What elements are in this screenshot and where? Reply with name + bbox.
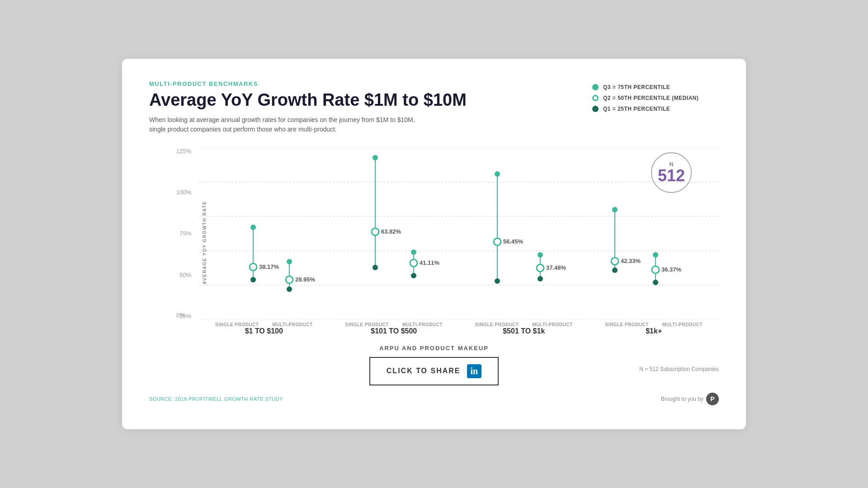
xaxis-products-2: SINGLE PRODUCT MULTI-PRODUCT <box>345 322 443 327</box>
svg-point-13 <box>286 276 293 283</box>
y-label-125: 125% <box>176 148 191 155</box>
subtitle: When looking at average annual growth ra… <box>149 115 420 134</box>
svg-point-23 <box>410 259 417 267</box>
legend-dot-q1 <box>592 106 599 112</box>
xaxis-arpu-2: $101 TO $500 <box>371 327 417 335</box>
share-row: CLICK TO SHARE in N = 512 Subscription C… <box>149 357 719 385</box>
svg-text:37.48%: 37.48% <box>546 264 566 271</box>
svg-point-7 <box>250 225 256 230</box>
svg-text:63.82%: 63.82% <box>381 228 401 235</box>
chart-svg: 38.17% 28.95% <box>199 148 719 319</box>
legend-dot-q3 <box>592 84 599 90</box>
svg-text:28.95%: 28.95% <box>295 276 316 283</box>
xaxis-products-4: SINGLE PRODUCT MULTI-PRODUCT <box>605 322 703 327</box>
xaxis-single-4: SINGLE PRODUCT <box>605 322 648 327</box>
xaxis-multi-4: MULTI-PRODUCT <box>662 322 703 327</box>
svg-point-8 <box>250 263 257 271</box>
n-note: N = 512 Subscription Companies <box>639 366 719 372</box>
svg-text:38.17%: 38.17% <box>259 263 279 270</box>
brought-by: Brought to you by P <box>661 393 719 405</box>
svg-point-42 <box>653 252 658 258</box>
svg-point-18 <box>372 228 379 235</box>
svg-point-14 <box>287 286 292 292</box>
xaxis-group-1: SINGLE PRODUCT MULTI-PRODUCT $1 TO $100 <box>199 319 329 338</box>
x-axis: SINGLE PRODUCT MULTI-PRODUCT $1 TO $100 … <box>199 319 719 338</box>
legend-item-q3: Q3 = 75TH PERCENTILE <box>592 84 719 90</box>
svg-point-32 <box>538 252 543 258</box>
brought-by-label: Brought to you by <box>661 396 703 402</box>
linkedin-icon: in <box>467 364 482 378</box>
header-left: MULTI-PRODUCT BENCHMARKS Average YoY Gro… <box>149 80 467 134</box>
xaxis-group-2: SINGLE PRODUCT MULTI-PRODUCT $101 TO $50… <box>329 319 459 338</box>
xaxis-products-3: SINGLE PRODUCT MULTI-PRODUCT <box>475 322 573 327</box>
svg-point-33 <box>537 264 544 272</box>
svg-point-17 <box>373 155 378 160</box>
bottom-section: ARPU AND PRODUCT MAKEUP CLICK TO SHARE i… <box>149 345 719 405</box>
svg-point-43 <box>652 266 659 273</box>
xaxis-arpu-4: $1k+ <box>646 327 662 335</box>
arpu-makeup-label: ARPU AND PRODUCT MAKEUP <box>379 345 489 352</box>
xaxis-group-3: SINGLE PRODUCT MULTI-PRODUCT $501 TO $1k <box>459 319 589 338</box>
source-text: SOURCE: 2018 PROFITWELL GROWTH RATE STUD… <box>149 396 283 402</box>
header-section: MULTI-PRODUCT BENCHMARKS Average YoY Gro… <box>149 80 719 134</box>
xaxis-multi-3: MULTI-PRODUCT <box>532 322 572 327</box>
svg-point-39 <box>612 267 618 273</box>
chart-area: N 512 AVERAGE YOY GROWTH RATE 125% 100% … <box>149 148 719 338</box>
footer-row: SOURCE: 2018 PROFITWELL GROWTH RATE STUD… <box>149 393 719 405</box>
legend-label-q3: Q3 = 75TH PERCENTILE <box>603 84 670 90</box>
plot-container: 125% 100% 75% 50% 25% <box>199 148 719 319</box>
xaxis-group-4: SINGLE PRODUCT MULTI-PRODUCT $1k+ <box>589 319 719 338</box>
legend: Q3 = 75TH PERCENTILE Q2 = 50TH PERCENTIL… <box>592 84 719 112</box>
legend-dot-q2 <box>592 95 599 101</box>
svg-point-22 <box>411 249 416 255</box>
y-label-0: 0% <box>176 312 185 319</box>
legend-label-q1: Q1 = 25TH PERCENTILE <box>603 106 670 112</box>
legend-item-q1: Q1 = 25TH PERCENTILE <box>592 106 719 112</box>
svg-text:41.11%: 41.11% <box>420 259 440 266</box>
svg-point-24 <box>411 273 416 278</box>
pw-logo: P <box>706 393 719 405</box>
y-label-75: 75% <box>179 230 191 237</box>
xaxis-arpu-3: $501 TO $1k <box>503 327 545 335</box>
svg-point-44 <box>653 280 658 285</box>
xaxis-multi-2: MULTI-PRODUCT <box>402 322 443 327</box>
svg-point-28 <box>494 238 501 245</box>
share-button[interactable]: CLICK TO SHARE in <box>369 357 499 385</box>
y-label-100: 100% <box>176 189 191 196</box>
svg-point-34 <box>538 276 543 282</box>
svg-point-37 <box>612 207 618 212</box>
svg-point-27 <box>495 171 500 177</box>
category-label: MULTI-PRODUCT BENCHMARKS <box>149 80 467 87</box>
legend-item-q2: Q2 = 50TH PERCENTILE (MEDIAN) <box>592 95 719 101</box>
svg-text:56.45%: 56.45% <box>503 238 524 245</box>
svg-text:42.33%: 42.33% <box>621 258 641 264</box>
svg-text:36.37%: 36.37% <box>661 266 682 273</box>
xaxis-products-1: SINGLE PRODUCT MULTI-PRODUCT <box>215 322 313 327</box>
chart-inner: AVERAGE YOY GROWTH RATE 125% 100% 75% 50… <box>176 148 719 338</box>
xaxis-arpu-1: $1 TO $100 <box>245 327 283 335</box>
svg-point-19 <box>373 265 378 270</box>
xaxis-multi-1: MULTI-PRODUCT <box>272 322 312 327</box>
xaxis-single-1: SINGLE PRODUCT <box>215 322 259 327</box>
main-title: Average YoY Growth Rate $1M to $10M <box>149 91 467 110</box>
xaxis-single-2: SINGLE PRODUCT <box>345 322 388 327</box>
legend-label-q2: Q2 = 50TH PERCENTILE (MEDIAN) <box>603 95 699 101</box>
svg-point-38 <box>611 258 618 265</box>
y-labels: 125% 100% 75% 50% 25% <box>176 148 191 319</box>
xaxis-single-3: SINGLE PRODUCT <box>475 322 519 327</box>
svg-point-12 <box>287 259 292 264</box>
share-button-text: CLICK TO SHARE <box>387 367 461 375</box>
svg-point-9 <box>250 277 256 282</box>
y-label-50: 50% <box>179 272 191 278</box>
main-card: MULTI-PRODUCT BENCHMARKS Average YoY Gro… <box>122 59 746 429</box>
svg-point-29 <box>495 278 500 284</box>
